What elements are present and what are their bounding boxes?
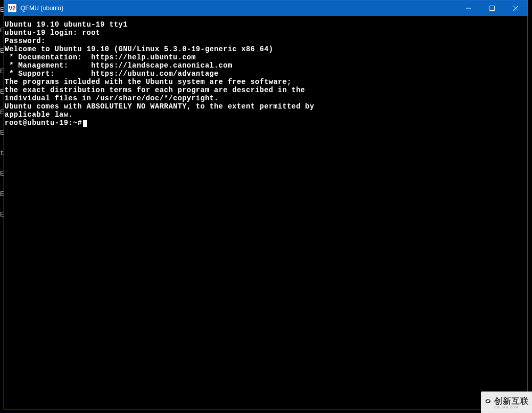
watermark-text: 创新互联 (484, 396, 529, 407)
watermark-subtext: CXLIAN.COM (494, 406, 518, 409)
terminal-line: individual files in /usr/share/doc/*/cop… (5, 94, 527, 102)
terminal-line: Ubuntu 19.10 ubuntu-19 tty1 (5, 20, 527, 29)
terminal-cursor (83, 120, 87, 127)
watermark-badge: 创新互联 CXLIAN.COM (481, 392, 532, 413)
clipped-char (0, 266, 4, 287)
terminal-line: Ubuntu comes with ABSOLUTELY NO WARRANTY… (5, 102, 527, 111)
watermark-main-text: 创新互联 (494, 396, 529, 407)
clipped-char: E (0, 164, 4, 184)
window-titlebar[interactable]: V 2 QEMU (ubuntu) (4, 1, 527, 16)
maximize-button[interactable] (480, 1, 504, 16)
clipped-char: E (0, 82, 4, 102)
terminal-line: ubuntu-19 login: root (5, 29, 527, 37)
terminal-line: root@ubuntu-19:~# (5, 119, 527, 127)
clipped-char: E (0, 205, 4, 225)
clipped-char (0, 307, 4, 328)
terminal-output[interactable]: Ubuntu 19.10 ubuntu-19 tty1ubuntu-19 log… (5, 16, 527, 408)
clipped-char: E (0, 41, 4, 61)
svg-text:2: 2 (12, 5, 15, 11)
background-clipped-text: EEEEEEEtEEE (0, 0, 4, 413)
link-icon (484, 397, 492, 405)
terminal-line: * Management: https://landscape.canonica… (5, 61, 527, 70)
clipped-char (0, 328, 4, 348)
clipped-char (0, 287, 4, 307)
qemu-window: V 2 QEMU (ubuntu) Ubuntu 19.10 ubuntu-19… (4, 0, 528, 409)
window-title: QEMU (ubuntu) (20, 5, 63, 12)
terminal-line: applicable law. (5, 111, 527, 119)
clipped-char: E (0, 123, 4, 143)
terminal-line: Welcome to Ubuntu 19.10 (GNU/Linux 5.3.0… (5, 45, 527, 53)
clipped-char: E (0, 61, 4, 82)
close-button[interactable] (504, 1, 527, 16)
vnc-app-icon: V 2 (8, 4, 16, 12)
terminal-line: * Support: https://ubuntu.com/advantage (5, 70, 527, 78)
svg-rect-4 (490, 6, 495, 11)
clipped-char (0, 246, 4, 266)
clipped-char (0, 225, 4, 246)
clipped-char: t (0, 143, 4, 164)
terminal-line: The programs included with the Ubuntu sy… (5, 78, 527, 86)
clipped-char: E (0, 102, 4, 123)
terminal-line: * Documentation: https://help.ubuntu.com (5, 53, 527, 61)
clipped-char: E (0, 184, 4, 205)
clipped-char: E (0, 0, 4, 20)
minimize-button[interactable] (457, 1, 480, 16)
terminal-line: Password: (5, 37, 527, 45)
terminal-line: the exact distribution terms for each pr… (5, 86, 527, 94)
clipped-char: E (0, 20, 4, 41)
